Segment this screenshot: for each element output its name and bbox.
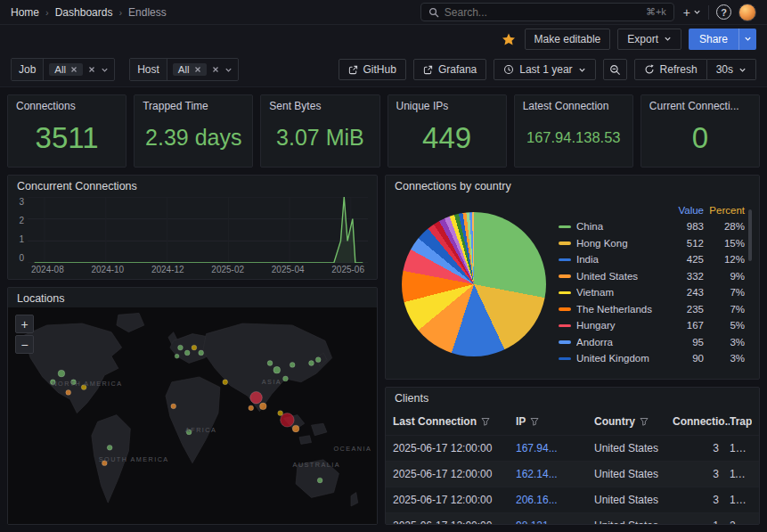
geomap-canvas[interactable]: + − [8, 307, 377, 524]
legend-label[interactable]: Vietnam [576, 287, 666, 298]
breadcrumb-home[interactable]: Home [11, 6, 39, 19]
legend-label[interactable]: Hong Kong [576, 238, 666, 249]
clear-icon[interactable] [88, 66, 95, 73]
panel-title[interactable]: Current Connecti... [649, 100, 751, 112]
share-caret-button[interactable] [738, 29, 756, 50]
variable-host-label: Host [130, 59, 167, 80]
stats-row: Connections 3511 Trapped Time 2.39 days … [7, 94, 760, 168]
table-row: 2025-06-17 12:00:00 206.16... United Sta… [386, 487, 759, 512]
legend-row-india[interactable]: India 425 12% [559, 251, 745, 268]
breadcrumb-separator-icon: › [45, 7, 49, 18]
github-link-button[interactable]: GitHub [339, 59, 406, 80]
panel-title[interactable]: Latest Connection [523, 100, 624, 112]
column-header-ip[interactable]: IP [516, 415, 526, 428]
breadcrumb-separator-icon: › [118, 7, 122, 18]
legend-row-united-states[interactable]: United States 332 9% [559, 268, 745, 285]
stat-panel-current-connections: Current Connecti... 0 [641, 94, 760, 168]
legend-row-andorra[interactable]: Andorra 95 3% [559, 334, 745, 351]
grafana-label: Grafana [438, 63, 477, 76]
legend-row-vietnam[interactable]: Vietnam 243 7% [559, 284, 745, 301]
map-label: AFRICA [185, 426, 216, 434]
variable-host: Host All [129, 58, 238, 81]
cell-ip-link[interactable]: 167.94... [516, 442, 594, 454]
legend-row-united-kingdom[interactable]: United Kingdom 90 3% [559, 350, 745, 367]
refresh-interval-button[interactable]: 30s [707, 59, 756, 80]
stat-panel-connections: Connections 3511 [7, 94, 126, 168]
make-editable-button[interactable]: Make editable [525, 29, 611, 50]
panels-grid: Concurrent Connections 3 2 1 0 2 [7, 175, 760, 525]
legend-scrollbar[interactable] [748, 209, 752, 261]
user-avatar[interactable] [738, 4, 756, 21]
filter-funnel-icon[interactable] [530, 417, 539, 426]
legend-header: Value Percent [559, 202, 745, 219]
favorite-star-button[interactable] [500, 32, 518, 46]
stat-value: 167.94.138.53 [523, 112, 624, 162]
remove-icon[interactable] [70, 66, 78, 73]
legend-label[interactable]: Hungary [576, 320, 666, 331]
chevron-down-icon[interactable] [224, 66, 233, 74]
connections-by-country-panel: Connections by country Value Percent [385, 175, 760, 380]
search-box[interactable]: ⌘+k [420, 3, 674, 21]
time-range-picker[interactable]: Last 1 year [494, 59, 595, 80]
search-input[interactable] [445, 6, 641, 19]
panel-title[interactable]: Clients [386, 388, 759, 407]
timeseries-chart[interactable]: 3 2 1 0 [8, 195, 377, 263]
variable-host-picker[interactable]: All [167, 59, 238, 80]
legend-label[interactable]: China [576, 221, 666, 232]
zoom-out-button[interactable]: − [15, 335, 34, 354]
clear-icon[interactable] [212, 66, 219, 73]
legend-row-hong-kong[interactable]: Hong Kong 512 15% [559, 235, 745, 252]
search-shortcut: ⌘+k [646, 6, 666, 18]
variable-host-chip[interactable]: All [173, 63, 207, 76]
variable-job-chip[interactable]: All [49, 63, 83, 76]
legend-label[interactable]: United States [576, 271, 666, 282]
legend-value-column[interactable]: Value [666, 205, 704, 216]
external-link-icon [348, 65, 358, 75]
panel-title[interactable]: Concurrent Connections [8, 176, 377, 195]
panel-title[interactable]: Connections [16, 100, 118, 112]
cell-ip-link[interactable]: 162.14... [516, 468, 594, 480]
new-button[interactable]: + [683, 3, 701, 22]
cell-ip-link[interactable]: 98.121... [516, 520, 594, 524]
panel-title[interactable]: Locations [8, 288, 377, 307]
legend-row-hungary[interactable]: Hungary 167 5% [559, 317, 745, 334]
legend-percent-column[interactable]: Percent [704, 205, 745, 216]
variable-job-picker[interactable]: All [44, 59, 114, 80]
remove-icon[interactable] [194, 66, 201, 73]
chevron-down-icon[interactable] [101, 66, 109, 74]
filter-funnel-icon[interactable] [481, 417, 490, 426]
panel-title[interactable]: Unique IPs [396, 100, 498, 112]
panel-title[interactable]: Connections by country [386, 176, 759, 195]
plot-area[interactable] [28, 197, 368, 263]
legend-label[interactable]: Andorra [576, 337, 666, 348]
column-header-connections[interactable]: Connectio... [673, 415, 730, 428]
zoom-in-button[interactable]: + [15, 315, 34, 333]
column-header-trapped[interactable]: Trapped T... [730, 415, 752, 428]
panel-title[interactable]: Trapped Time [143, 100, 244, 112]
legend-label[interactable]: The Netherlands [576, 304, 666, 315]
column-header-country[interactable]: Country [594, 415, 635, 428]
filter-funnel-icon[interactable] [640, 417, 649, 426]
column-header-last-connection[interactable]: Last Connection [393, 415, 477, 428]
share-button[interactable]: Share [689, 29, 738, 50]
breadcrumb-dashboards[interactable]: Dashboards [55, 6, 113, 19]
legend-value: 235 [666, 304, 704, 315]
legend-label[interactable]: India [576, 254, 666, 265]
legend-row-netherlands[interactable]: The Netherlands 235 7% [559, 301, 745, 318]
cell-connections: 3 [673, 468, 730, 480]
panel-title[interactable]: Sent Bytes [269, 100, 371, 112]
x-tick: 2024-08 [31, 265, 64, 274]
legend-label[interactable]: United Kingdom [576, 353, 666, 364]
zoom-out-time-button[interactable] [603, 59, 627, 80]
legend-row-china[interactable]: China 983 28% [559, 218, 745, 235]
grafana-link-button[interactable]: Grafana [413, 59, 486, 80]
country-pie-chart[interactable] [402, 212, 546, 356]
help-button[interactable]: ? [716, 3, 731, 22]
export-button[interactable]: Export [617, 29, 681, 50]
y-tick: 2 [13, 216, 24, 225]
cell-country: United States [594, 468, 673, 480]
dashboard-toolbar: Make editable Export Share [0, 25, 767, 53]
breadcrumb-current: Endless [128, 6, 167, 19]
cell-ip-link[interactable]: 206.16... [516, 494, 594, 506]
refresh-button[interactable]: Refresh [634, 59, 707, 80]
